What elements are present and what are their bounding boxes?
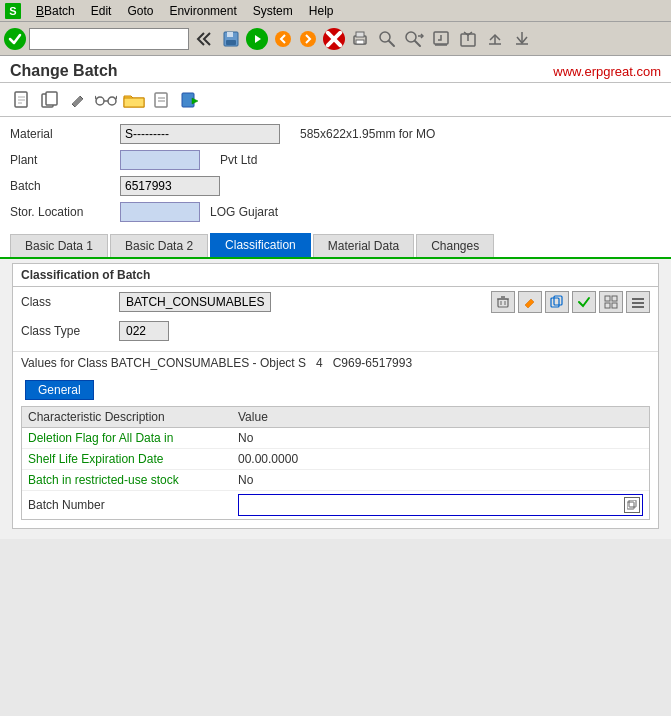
edit-doc-button[interactable] — [66, 88, 90, 112]
tab-classification[interactable]: Classification — [210, 233, 311, 257]
download-button[interactable] — [456, 27, 480, 51]
cancel-button[interactable] — [323, 28, 345, 50]
glasses-button[interactable] — [94, 88, 118, 112]
svg-point-8 — [300, 31, 316, 47]
menu-system[interactable]: System — [245, 2, 301, 20]
new-doc-button[interactable] — [10, 88, 34, 112]
svg-line-17 — [415, 41, 420, 46]
stor-input[interactable] — [120, 202, 200, 222]
tab-basic-data-2[interactable]: Basic Data 2 — [110, 234, 208, 257]
copy-value-icon[interactable] — [624, 497, 640, 513]
stor-label: Stor. Location — [10, 205, 120, 219]
table-header: Characteristic Description Value — [22, 407, 649, 428]
nav-arrows — [271, 27, 320, 51]
svg-rect-3 — [227, 32, 233, 37]
menu-batch[interactable]: BBatch — [28, 2, 83, 20]
char-batch-number: Batch Number — [28, 498, 238, 512]
tab-material-data[interactable]: Material Data — [313, 234, 414, 257]
svg-rect-51 — [551, 298, 559, 307]
folder-button[interactable] — [122, 88, 146, 112]
plant-input[interactable] — [120, 150, 200, 170]
svg-rect-4 — [226, 40, 236, 45]
download2-button[interactable] — [510, 27, 534, 51]
menu-goto[interactable]: Goto — [119, 2, 161, 20]
table-row: Deletion Flag for All Data in No — [22, 428, 649, 449]
title-bar: Change Batch www.erpgreat.com — [0, 56, 671, 83]
find-next-button[interactable] — [402, 27, 426, 51]
batch-number-input[interactable] — [238, 494, 643, 516]
page-title: Change Batch — [10, 62, 118, 80]
table-row: Shelf Life Expiration Date 00.00.0000 — [22, 449, 649, 470]
svg-rect-57 — [632, 298, 644, 300]
confirm-button[interactable] — [4, 28, 26, 50]
val-shelf-life: 00.00.0000 — [238, 452, 643, 466]
class-row: Class BATCH_CONSUMABLES — [13, 287, 658, 317]
general-tab-button[interactable]: General — [25, 380, 94, 400]
toolbar-input[interactable] — [29, 28, 189, 50]
material-input[interactable] — [120, 124, 280, 144]
char-deletion-flag: Deletion Flag for All Data in — [28, 431, 238, 445]
svg-text:S: S — [9, 5, 16, 17]
menu-environment[interactable]: Environment — [161, 2, 244, 20]
classification-section: Classification of Batch Class BATCH_CONS… — [12, 263, 659, 529]
upload-button[interactable] — [429, 27, 453, 51]
green-flag-button[interactable] — [246, 28, 268, 50]
svg-rect-12 — [356, 32, 364, 37]
values-bar: Values for Class BATCH_CONSUMABLES - Obj… — [13, 351, 658, 374]
plant-desc: Pvt Ltd — [220, 153, 257, 167]
edit-class-button[interactable] — [518, 291, 542, 313]
material-desc: 585x622x1.95mm for MO — [300, 127, 435, 141]
svg-rect-61 — [629, 500, 636, 507]
plant-label: Plant — [10, 153, 120, 167]
tab-changes[interactable]: Changes — [416, 234, 494, 257]
menu-bar: S BBatch Edit Goto Environment System He… — [0, 0, 671, 22]
next-button[interactable] — [296, 27, 320, 51]
plant-row: Plant Pvt Ltd — [10, 149, 661, 171]
svg-line-38 — [95, 96, 96, 99]
material-row: Material 585x622x1.95mm for MO — [10, 123, 661, 145]
val-deletion-flag: No — [238, 431, 643, 445]
grid-class-button[interactable] — [599, 291, 623, 313]
menu-edit[interactable]: Edit — [83, 2, 120, 20]
check-class-button[interactable] — [572, 291, 596, 313]
copy2-button[interactable] — [150, 88, 174, 112]
svg-point-35 — [96, 97, 104, 105]
values-text: Values for Class BATCH_CONSUMABLES - Obj… — [21, 356, 306, 370]
svg-rect-55 — [605, 303, 610, 308]
back-arrows-button[interactable] — [192, 27, 216, 51]
characteristics-table-wrapper: Characteristic Description Value Deletio… — [13, 406, 658, 520]
find-button[interactable] — [375, 27, 399, 51]
upload2-button[interactable] — [483, 27, 507, 51]
class-type-row: Class Type 022 — [13, 317, 658, 345]
batch-row: Batch — [10, 175, 661, 197]
export-button[interactable] — [178, 88, 202, 112]
class-type-label: Class Type — [21, 324, 111, 338]
tab-basic-data-1[interactable]: Basic Data 1 — [10, 234, 108, 257]
val-restricted: No — [238, 473, 643, 487]
characteristics-table: Characteristic Description Value Deletio… — [21, 406, 650, 520]
form-area: Material 585x622x1.95mm for MO Plant Pvt… — [0, 117, 671, 233]
col-val-header: Value — [238, 410, 643, 424]
delete-class-button[interactable] — [491, 291, 515, 313]
svg-rect-52 — [554, 296, 562, 305]
more-class-button[interactable] — [626, 291, 650, 313]
batch-input[interactable] — [120, 176, 220, 196]
class-value: BATCH_CONSUMABLES — [119, 292, 271, 312]
table-row-batch-num: Batch Number — [22, 491, 649, 519]
char-shelf-life: Shelf Life Expiration Date — [28, 452, 238, 466]
svg-line-15 — [389, 41, 394, 46]
save-button[interactable] — [219, 27, 243, 51]
copy-class-button[interactable] — [545, 291, 569, 313]
copy-doc-button[interactable] — [38, 88, 62, 112]
svg-rect-59 — [632, 306, 644, 308]
prev-button[interactable] — [271, 27, 295, 51]
stor-row: Stor. Location LOG Gujarat — [10, 201, 661, 223]
values-code: C969-6517993 — [333, 356, 412, 370]
menu-help[interactable]: Help — [301, 2, 342, 20]
svg-point-7 — [275, 31, 291, 47]
svg-marker-45 — [192, 98, 198, 104]
stor-desc: LOG Gujarat — [210, 205, 278, 219]
char-restricted: Batch in restricted-use stock — [28, 473, 238, 487]
print-button[interactable] — [348, 27, 372, 51]
toolbar — [0, 22, 671, 56]
